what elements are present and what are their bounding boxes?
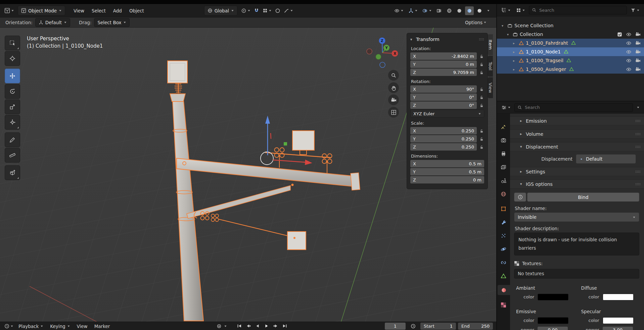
lock-icon[interactable] (479, 94, 484, 100)
lock-icon[interactable] (479, 53, 484, 59)
snap-toggle-button[interactable] (252, 6, 261, 15)
lock-icon[interactable] (479, 86, 484, 92)
shader-name-dropdown[interactable]: Invisible (514, 212, 639, 222)
camera-visibility-icon[interactable] (635, 58, 641, 63)
snap-settings-dropdown[interactable] (261, 6, 273, 15)
shading-wireframe-button[interactable] (445, 6, 454, 15)
properties-editor-type-button[interactable] (500, 103, 512, 112)
camera-visibility-icon[interactable] (635, 40, 641, 46)
outliner-filter-button[interactable] (629, 6, 641, 14)
gizmos-dropdown[interactable] (407, 6, 419, 15)
panel-drag-icon[interactable] (635, 120, 641, 122)
outliner-row-scene-collection[interactable]: Scene Collection (497, 21, 644, 30)
outliner-row-object[interactable]: 1_0100_Tragseil (497, 56, 644, 65)
xray-toggle[interactable] (435, 6, 444, 15)
panel-header-volume[interactable]: Volume (510, 129, 644, 138)
outliner-search-input[interactable] (539, 7, 624, 13)
rotation-x-field[interactable]: X90° (410, 85, 477, 93)
move-tool-button[interactable] (5, 69, 20, 83)
sidebar-tab-item[interactable]: Item (488, 34, 493, 55)
add-cube-tool-button[interactable] (5, 165, 20, 180)
lock-icon[interactable] (479, 61, 484, 67)
panel-expand-icon[interactable] (520, 169, 526, 174)
eye-icon[interactable] (626, 49, 632, 55)
camera-visibility-icon[interactable] (635, 67, 641, 72)
panel-expand-icon[interactable] (520, 119, 526, 123)
location-x-field[interactable]: X-2.8402 m (410, 52, 477, 60)
expand-caret-icon[interactable] (507, 33, 513, 36)
frame-end-field[interactable]: End250 (458, 323, 493, 330)
checkbox-icon[interactable] (617, 32, 622, 37)
menu-marker[interactable]: Marker (91, 324, 113, 329)
properties-tab-material[interactable] (498, 285, 510, 295)
playback-sync-clock-icon[interactable] (409, 322, 417, 330)
panel-expand-icon[interactable] (520, 182, 526, 186)
ambiant-color-swatch[interactable] (538, 294, 568, 300)
outliner-row-object[interactable]: 1_0100_Fahrdraht (497, 39, 644, 47)
axis-neg-z-handle[interactable] (380, 62, 385, 68)
proportional-falloff-dropdown[interactable] (282, 6, 295, 15)
properties-tab-modifiers[interactable] (498, 217, 509, 227)
properties-tab-view-layer[interactable] (498, 162, 509, 172)
properties-tab-particles[interactable] (498, 231, 509, 241)
next-keyframe-button[interactable] (271, 322, 280, 330)
expand-caret-icon[interactable] (502, 24, 507, 28)
panel-header-igs-options[interactable]: IGS options (510, 179, 644, 189)
dimensions-y-field[interactable]: Y0.5 m (410, 168, 484, 175)
properties-tab-render[interactable] (498, 135, 509, 145)
menu-object[interactable]: Object (126, 8, 148, 13)
play-reverse-button[interactable] (253, 322, 262, 330)
annotate-tool-button[interactable] (5, 132, 20, 147)
scale-z-field[interactable]: Z0.250 (410, 143, 477, 151)
menu-add[interactable]: Add (109, 8, 126, 13)
properties-tab-texture[interactable] (498, 300, 509, 310)
eye-icon[interactable] (626, 32, 632, 37)
expand-caret-icon[interactable] (513, 41, 519, 45)
panel-header-displacement[interactable]: Displacement (510, 142, 644, 151)
dimensions-z-field[interactable]: Z0 m (410, 176, 484, 183)
shading-solid-button[interactable] (455, 6, 464, 15)
panel-drag-icon[interactable] (635, 133, 641, 135)
select-box-tool-button[interactable] (5, 36, 20, 50)
properties-tab-physics[interactable] (498, 244, 509, 254)
shading-material-button[interactable] (465, 6, 474, 15)
pan-hand-button[interactable] (388, 82, 399, 93)
lock-icon[interactable] (479, 128, 484, 133)
eye-icon[interactable] (626, 58, 632, 64)
location-y-field[interactable]: Y0 m (410, 60, 477, 68)
orientation-default-dropdown[interactable]: Default (35, 18, 70, 27)
panel-drag-icon[interactable] (635, 170, 641, 173)
panel-drag-icon[interactable] (635, 183, 641, 185)
lock-icon[interactable] (479, 102, 484, 108)
menu-keying[interactable]: Keying (47, 324, 73, 329)
properties-search-input[interactable] (524, 105, 630, 110)
current-frame-field[interactable]: 1 (385, 323, 406, 330)
rotate-tool-button[interactable] (5, 84, 20, 99)
eye-icon[interactable] (626, 67, 632, 72)
previous-keyframe-button[interactable] (244, 322, 252, 330)
auto-keying-dropdown[interactable] (223, 322, 228, 330)
dimensions-x-field[interactable]: X0.5 m (410, 160, 484, 167)
emissive-power-field[interactable]: 0.00 (538, 327, 568, 330)
visibility-dropdown[interactable] (393, 6, 405, 15)
properties-tab-tool[interactable] (498, 122, 509, 132)
panel-drag-icon[interactable] (635, 146, 641, 148)
overlays-dropdown[interactable] (421, 6, 433, 15)
camera-visibility-icon[interactable] (635, 32, 641, 37)
eye-icon[interactable] (626, 40, 632, 46)
outliner-search[interactable] (529, 6, 627, 14)
menu-playback[interactable]: Playback (15, 324, 47, 329)
sidebar-tab-tool[interactable]: Tool (488, 56, 493, 77)
properties-tab-object-data[interactable] (498, 271, 509, 281)
shading-options-dropdown[interactable] (485, 6, 492, 15)
rotation-z-field[interactable]: Z0° (410, 101, 477, 109)
ortho-toggle-button[interactable] (388, 107, 399, 118)
displacement-select[interactable]: Default (576, 154, 636, 164)
editor-type-button[interactable] (3, 6, 16, 15)
specular-color-swatch[interactable] (603, 317, 634, 324)
lock-icon[interactable] (479, 70, 484, 75)
panel-expand-icon[interactable] (410, 37, 416, 42)
mode-dropdown[interactable]: Object Mode (18, 6, 65, 15)
navigation-gizmo[interactable]: Z Y X (366, 36, 399, 70)
measure-tool-button[interactable] (5, 148, 20, 163)
